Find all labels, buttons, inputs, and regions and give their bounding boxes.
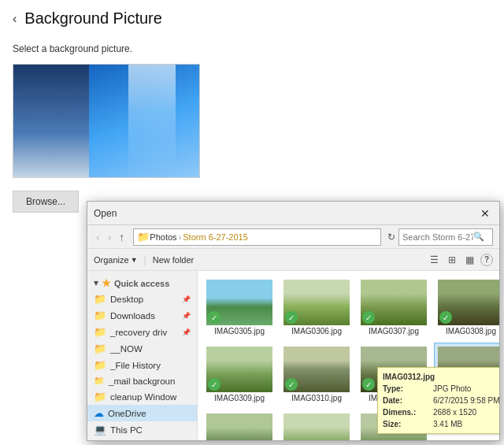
- quick-access-label: Quick access: [114, 279, 169, 288]
- address-current: Storm 6-27-2015: [183, 232, 248, 242]
- settings-title: Background Picture: [24, 9, 162, 28]
- nav-forward-button[interactable]: ›: [106, 231, 114, 243]
- file-item-0307[interactable]: ✓ IMAG0307.jpg: [357, 276, 431, 339]
- address-bar[interactable]: 📁 Photos › Storm 6-27-2015: [133, 228, 381, 246]
- file-name: IMAG0308.jpg: [446, 327, 496, 336]
- refresh-button[interactable]: ↻: [387, 232, 395, 243]
- search-icon: 🔍: [473, 232, 484, 242]
- view-tiles-button[interactable]: ⊞: [445, 253, 459, 267]
- sidebar-item-now[interactable]: 📁 __NOW: [87, 340, 197, 357]
- address-separator: ›: [179, 232, 182, 242]
- quick-access-star-icon: ★: [102, 277, 111, 289]
- file-item-0312[interactable]: ✓ IMAG0312.jpg IMAG0312.jpg Type:JPG Pho…: [434, 343, 499, 406]
- address-root: Photos: [150, 232, 176, 242]
- settings-subtitle: Select a background picture.: [0, 37, 213, 64]
- tooltip-dims-label: Dimens.:: [383, 406, 430, 418]
- file-tooltip: IMAG0312.jpg Type:JPG Photo Date:6/27/20…: [377, 367, 499, 434]
- tooltip-dims-value: 2688 x 1520: [433, 406, 476, 418]
- back-button[interactable]: ‹: [13, 12, 17, 26]
- folder-icon: 📁: [94, 326, 106, 338]
- file-name: IMAG0309.jpg: [214, 394, 265, 402]
- settings-header: ‹ Background Picture: [0, 0, 213, 37]
- file-name: IMAG0306.jpg: [291, 327, 342, 336]
- tooltip-type-value: JPG Photo: [433, 383, 471, 395]
- file-item-0308[interactable]: ✓ IMAG0308.jpg: [434, 276, 499, 339]
- nav-back-button[interactable]: ‹: [94, 231, 102, 243]
- file-thumbnail: ✓: [206, 347, 272, 392]
- background-preview: [13, 64, 200, 178]
- sidebar-item-label: cleanup Window: [110, 392, 176, 402]
- file-item-0314[interactable]: ✓ IMAG0314.jpg: [280, 410, 354, 440]
- dialog-body: ▾ ★ Quick access 📁 Desktop 📌 📁 Downloads…: [87, 271, 499, 440]
- sidebar-item-label: OneDrive: [108, 409, 146, 418]
- browse-button[interactable]: Browse...: [13, 191, 79, 213]
- pin-icon: 📌: [182, 312, 191, 320]
- file-item-0309[interactable]: ✓ IMAG0309.jpg: [202, 343, 276, 406]
- folder-icon: 📁: [94, 310, 106, 321]
- sidebar-item-thispc[interactable]: 💻 This PC: [87, 421, 197, 438]
- file-name: IMAG0307.jpg: [369, 327, 419, 336]
- file-thumbnail: ✓: [361, 280, 427, 325]
- sidebar-item-cleanup[interactable]: 📁 cleanup Window: [87, 388, 197, 405]
- view-list-button[interactable]: ▦: [462, 253, 477, 267]
- dialog-sidebar: ▾ ★ Quick access 📁 Desktop 📌 📁 Downloads…: [87, 271, 198, 440]
- preview-left: [13, 65, 92, 178]
- file-checkmark: ✓: [208, 311, 220, 324]
- file-item-0310[interactable]: ✓ IMAG0310.jpg: [280, 343, 354, 406]
- dialog-close-button[interactable]: ✕: [477, 206, 493, 221]
- folder-icon: 📁: [94, 376, 105, 386]
- sidebar-item-downloads[interactable]: 📁 Downloads 📌: [87, 307, 197, 324]
- file-thumbnail: ✓: [284, 347, 350, 392]
- onedrive-icon: ☁: [94, 407, 104, 419]
- file-thumbnail: ✓: [438, 280, 499, 325]
- nav-up-button[interactable]: ↑: [117, 231, 127, 243]
- chevron-down-icon: ▾: [94, 278, 98, 288]
- file-item-0313[interactable]: ✓ IMAG0313.jpg: [202, 410, 276, 440]
- file-open-dialog: Open ✕ ‹ › ↑ 📁 Photos › Storm 6-27-2015 …: [87, 201, 500, 441]
- tooltip-name-label: IMAG0312.jpg: [383, 371, 435, 383]
- search-input[interactable]: [402, 232, 473, 242]
- folder-icon: 📁: [94, 391, 106, 402]
- file-checkmark: ✓: [285, 311, 298, 324]
- file-checkmark: ✓: [362, 311, 375, 324]
- file-item-0305[interactable]: ✓ IMAG0305.jpg: [202, 276, 276, 339]
- dialog-toolbar: ‹ › ↑ 📁 Photos › Storm 6-27-2015 ↻ 🔍: [87, 225, 499, 249]
- new-folder-button[interactable]: New folder: [153, 255, 195, 265]
- file-thumbnail: ✓: [284, 413, 350, 440]
- tooltip-date-label: Date:: [383, 395, 430, 406]
- computer-icon: 💻: [94, 424, 106, 436]
- organize-button[interactable]: Organize: [94, 255, 138, 265]
- sidebar-item-desktop[interactable]: 📁 Desktop 📌: [87, 291, 197, 307]
- file-thumbnail: ✓: [206, 280, 272, 325]
- sidebar-item-label: _mail backgroun: [109, 376, 175, 386]
- sidebar-item-onedrive[interactable]: ☁ OneDrive: [87, 405, 197, 421]
- file-item-0306[interactable]: ✓ IMAG0306.jpg: [280, 276, 354, 339]
- sidebar-item-history[interactable]: 📁 _File History: [87, 357, 197, 373]
- sidebar-quick-access-header[interactable]: ▾ ★ Quick access: [87, 274, 197, 291]
- help-button[interactable]: ?: [480, 254, 493, 266]
- folder-icon: 📁: [94, 359, 106, 371]
- sidebar-item-label: _recovery driv: [110, 328, 167, 337]
- sidebar-item-mail[interactable]: 📁 _mail backgroun: [87, 373, 197, 388]
- file-thumbnail: ✓: [284, 280, 350, 325]
- sidebar-item-label: Downloads: [110, 311, 155, 321]
- search-box[interactable]: 🔍: [398, 228, 493, 246]
- sidebar-item-label: Desktop: [110, 295, 143, 304]
- address-folder-icon: 📁: [137, 231, 150, 243]
- sidebar-item-recovery[interactable]: 📁 _recovery driv 📌: [87, 324, 197, 340]
- sidebar-item-label: _File History: [110, 361, 161, 370]
- view-icons-group: ☰ ⊞ ▦ ?: [427, 253, 493, 267]
- tooltip-size-label: Size:: [383, 418, 430, 430]
- tooltip-type-label: Type:: [383, 383, 430, 395]
- pin-icon: 📌: [182, 295, 191, 303]
- file-checkmark: ✓: [285, 378, 298, 391]
- file-checkmark: ✓: [208, 378, 220, 391]
- view-details-button[interactable]: ☰: [427, 253, 442, 267]
- dialog-title: Open: [94, 208, 117, 219]
- preview-beam: [128, 65, 176, 178]
- tooltip-date-value: 6/27/2015 9:58 PM: [433, 395, 499, 406]
- file-checkmark: ✓: [439, 311, 452, 324]
- file-thumbnail: ✓: [206, 413, 272, 440]
- pin-icon: 📌: [182, 328, 191, 336]
- sidebar-item-label: __NOW: [110, 344, 143, 354]
